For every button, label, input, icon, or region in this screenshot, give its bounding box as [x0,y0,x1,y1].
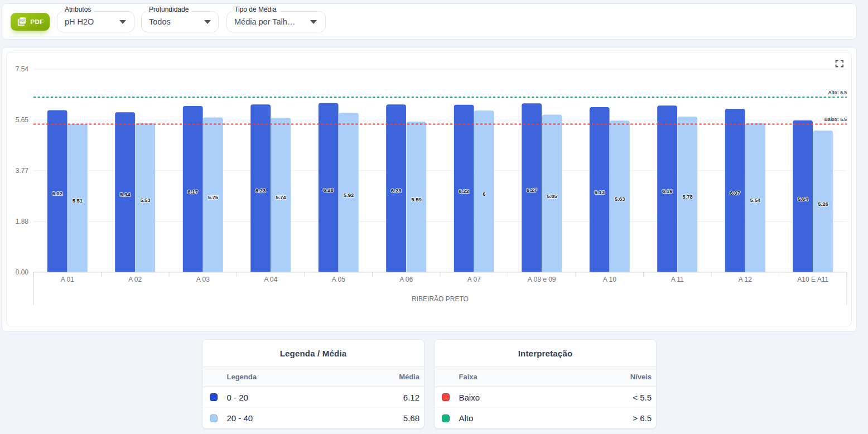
svg-text:A 11: A 11 [671,276,684,283]
svg-text:6.23: 6.23 [391,187,402,194]
svg-text:5.92: 5.92 [344,192,354,198]
svg-text:6.22: 6.22 [459,188,469,194]
svg-text:6.07: 6.07 [730,190,740,196]
svg-text:A10 E A11: A10 E A11 [797,276,828,283]
svg-text:6.23: 6.23 [255,187,266,194]
svg-text:5.85: 5.85 [547,193,557,199]
svg-text:6.13: 6.13 [594,189,605,195]
svg-text:5.59: 5.59 [411,196,422,202]
svg-text:7.54: 7.54 [16,65,29,73]
svg-text:5.78: 5.78 [682,194,693,200]
svg-text:5.75: 5.75 [208,194,219,200]
svg-text:6.02: 6.02 [52,190,62,196]
svg-text:3.77: 3.77 [16,167,29,175]
svg-text:Baixo: 5.5: Baixo: 5.5 [824,117,847,122]
svg-text:5.94: 5.94 [120,191,131,197]
svg-text:1.88: 1.88 [16,218,29,225]
svg-text:6.19: 6.19 [662,188,673,194]
svg-text:Alto: 6.5: Alto: 6.5 [828,90,847,95]
svg-text:6: 6 [483,191,485,197]
svg-text:PDF: PDF [20,19,26,22]
svg-text:RIBEIRÃO PRETO: RIBEIRÃO PRETO [412,295,469,303]
svg-text:0.00: 0.00 [16,268,29,276]
svg-text:6.28: 6.28 [323,187,334,193]
svg-text:A 05: A 05 [332,276,345,283]
svg-text:5.26: 5.26 [818,201,828,207]
svg-text:5.64: 5.64 [798,196,808,202]
svg-text:5.65: 5.65 [16,116,29,124]
svg-text:A 12: A 12 [739,276,752,283]
svg-text:5.63: 5.63 [615,196,625,202]
svg-text:A 02: A 02 [128,276,142,283]
svg-text:A 06: A 06 [399,276,413,283]
svg-text:A 03: A 03 [196,276,210,283]
svg-text:5.51: 5.51 [73,197,83,204]
svg-text:A 10: A 10 [603,276,616,283]
svg-text:A 01: A 01 [61,276,74,283]
svg-text:A 08 e 09: A 08 e 09 [528,276,556,283]
svg-text:5.53: 5.53 [140,197,151,203]
svg-text:A 04: A 04 [264,276,277,283]
svg-text:5.74: 5.74 [276,194,286,200]
svg-text:6.17: 6.17 [187,189,198,195]
svg-text:A 07: A 07 [467,276,481,283]
svg-text:5.54: 5.54 [750,197,761,203]
svg-text:6.27: 6.27 [527,187,537,193]
